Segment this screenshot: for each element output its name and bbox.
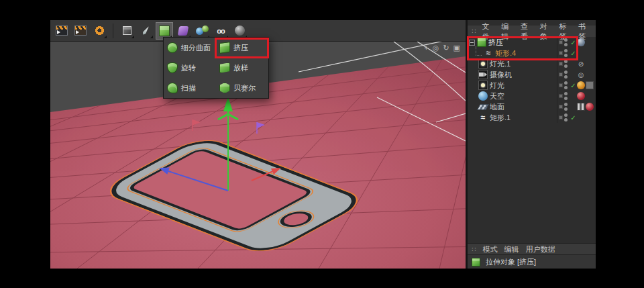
- extrude-object-icon: [472, 258, 480, 267]
- generator-dropdown-menu: 细分曲面挤压旋转放样扫描贝赛尔: [163, 37, 269, 99]
- editor-visibility-dot[interactable]: [564, 49, 568, 52]
- object-name: 矩形.1: [490, 113, 511, 123]
- editor-visibility-dot[interactable]: [564, 70, 568, 74]
- tag-area: [577, 38, 585, 46]
- visibility-dots[interactable]: [564, 81, 568, 89]
- object-row[interactable]: 天空: [468, 91, 596, 101]
- camera-icon: [478, 70, 488, 79]
- editor-visibility-dot[interactable]: [564, 103, 568, 106]
- sun-tag-icon[interactable]: [577, 81, 585, 89]
- target-tag-icon[interactable]: ◎: [577, 70, 585, 79]
- layer-chip[interactable]: [559, 40, 563, 44]
- render-view-icon[interactable]: [53, 22, 70, 40]
- toolbar-separator: [113, 23, 113, 38]
- layer-chip[interactable]: [559, 51, 563, 55]
- object-row[interactable]: ≈矩形.4✓: [468, 48, 596, 58]
- object-row[interactable]: ≈矩形.1✓: [468, 112, 596, 123]
- enable-check-icon[interactable]: ✓: [570, 82, 577, 89]
- object-name: 灯光.1: [490, 59, 511, 69]
- editor-visibility-dot[interactable]: [564, 113, 568, 117]
- object-name: 地面: [490, 102, 504, 112]
- graybox-tag-icon[interactable]: [586, 81, 594, 89]
- visibility-dots[interactable]: [564, 60, 568, 68]
- render-visibility-dot[interactable]: [564, 54, 568, 57]
- layer-chip[interactable]: [559, 83, 563, 87]
- visibility-dots[interactable]: [564, 70, 568, 79]
- menu-item-loft[interactable]: 放样: [216, 58, 268, 78]
- generators-icon-glyph: [159, 26, 170, 36]
- spline-pen-icon[interactable]: [137, 22, 154, 40]
- render-visibility-dot[interactable]: [564, 107, 568, 111]
- rotate-view-icon[interactable]: ↻: [443, 44, 449, 52]
- object-row[interactable]: 地面: [468, 101, 596, 112]
- zoom-view-icon[interactable]: ◎: [433, 44, 439, 52]
- menu-item-bezier[interactable]: 贝赛尔: [216, 78, 268, 98]
- row-toggles: [557, 91, 596, 101]
- object-row[interactable]: 摄像机◎: [468, 69, 596, 80]
- sky-icon: [478, 91, 488, 101]
- render-visibility-dot[interactable]: [564, 43, 568, 46]
- render-visibility-dot[interactable]: [564, 75, 568, 79]
- layer-chip[interactable]: [559, 73, 563, 77]
- render-settings-icon[interactable]: [91, 22, 108, 40]
- object-row[interactable]: 灯光✓: [468, 80, 596, 91]
- menu-item-label: 细分曲面: [181, 43, 211, 53]
- visibility-dots[interactable]: [564, 113, 568, 122]
- object-name: 摄像机: [490, 70, 512, 80]
- visibility-dots[interactable]: [564, 38, 568, 46]
- visibility-dots[interactable]: [564, 49, 568, 57]
- render-visibility-dot[interactable]: [564, 64, 568, 68]
- menu-item-extrude[interactable]: 挤压: [216, 38, 268, 58]
- metaball-icon-glyph: oo: [217, 27, 224, 35]
- layer-chip[interactable]: [559, 115, 563, 119]
- checker-tag-icon[interactable]: [577, 103, 585, 111]
- menu-item-lathe[interactable]: 旋转: [164, 58, 216, 78]
- render-visibility-dot[interactable]: [564, 118, 568, 122]
- enable-check-icon[interactable]: ✓: [570, 114, 577, 122]
- extrude-icon: [219, 42, 230, 54]
- tab-2[interactable]: 用户数据: [525, 244, 555, 254]
- render-visibility-dot[interactable]: [564, 97, 568, 100]
- grid-icon: ∷: [472, 28, 476, 35]
- tab-1[interactable]: 编辑: [504, 244, 519, 254]
- layer-chip[interactable]: [559, 62, 563, 66]
- attribute-title-bar: 拉伸对象 [挤压]: [468, 254, 596, 269]
- menu-item-sweep[interactable]: 扫描: [164, 78, 216, 98]
- tab-0[interactable]: 模式: [482, 244, 497, 254]
- layer-chip[interactable]: [559, 94, 563, 98]
- visibility-dots[interactable]: [564, 103, 568, 111]
- viewport-column: oo: [50, 20, 466, 269]
- layer-chip[interactable]: [559, 105, 563, 109]
- subdivision-surface-icon: [167, 42, 178, 53]
- row-toggles: ◎: [557, 69, 596, 80]
- submenu-corner-icon: [150, 36, 153, 38]
- pan-view-icon[interactable]: +: [424, 44, 428, 52]
- editor-visibility-dot[interactable]: [564, 38, 568, 42]
- render-visibility-dot[interactable]: [564, 86, 568, 89]
- phong-tag-icon[interactable]: [577, 38, 585, 46]
- enable-check-icon[interactable]: ✓: [570, 50, 577, 57]
- object-row[interactable]: 灯光.1⊘: [468, 58, 596, 69]
- editor-visibility-dot[interactable]: [564, 92, 568, 95]
- expand-toggle-icon[interactable]: [469, 40, 475, 46]
- object-row[interactable]: 挤压✓: [468, 37, 596, 48]
- toggle-view-icon[interactable]: ▣: [453, 44, 460, 52]
- editor-visibility-dot[interactable]: [564, 60, 568, 63]
- disc-tag-icon[interactable]: ⊘: [577, 60, 585, 68]
- row-toggles: ✓: [557, 48, 596, 58]
- mat-tag-icon[interactable]: [577, 92, 585, 100]
- screen-root: { "colors": { "annotation_red": "#e01b24…: [0, 0, 644, 288]
- render-settings-icon-glyph: [95, 26, 105, 36]
- mat-tag-icon[interactable]: [586, 103, 594, 111]
- render-picture-viewer-icon[interactable]: [72, 22, 89, 40]
- sweep-icon: [167, 83, 178, 93]
- editor-visibility-dot[interactable]: [564, 81, 568, 85]
- add-primitive-cube-icon[interactable]: [118, 22, 136, 40]
- enable-check-icon[interactable]: ✓: [570, 39, 577, 46]
- extrude-icon: [477, 38, 486, 47]
- floor-icon: [477, 104, 490, 110]
- menu-item-subdivision-surface[interactable]: 细分曲面: [164, 38, 216, 58]
- row-toggles: [557, 101, 596, 112]
- grid-icon: ∷: [472, 246, 476, 253]
- visibility-dots[interactable]: [564, 92, 568, 100]
